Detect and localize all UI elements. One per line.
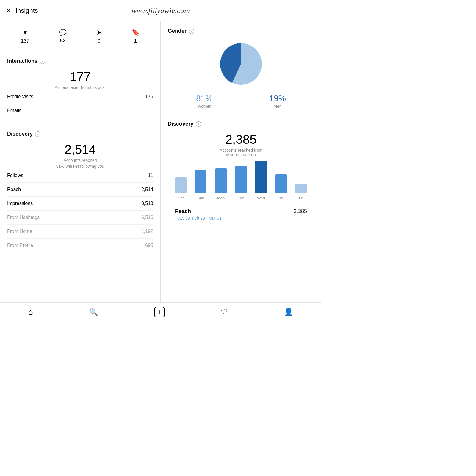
from-profile-row: From Profile 695	[7, 239, 153, 252]
interactions-sub-text: Actions taken from this post	[7, 85, 153, 90]
interactions-title: Interactions i	[7, 58, 153, 64]
bar-label-wed: Wed	[257, 196, 265, 200]
follows-value: 11	[148, 173, 153, 178]
bar-label-mon: Mon	[217, 196, 225, 200]
bar-wed	[255, 161, 267, 193]
discovery-right-sub: Accounts reached fromMar 02 - Mar 08	[168, 148, 314, 157]
stat-comments: 💬 52	[59, 29, 67, 44]
bar-col-sat: Sat	[171, 177, 191, 200]
saves-value: 1	[134, 38, 137, 44]
interactions-section: Interactions i 177 Actions taken from th…	[0, 51, 160, 124]
bar-label-tue: Tue	[238, 196, 244, 200]
from-profile-value: 695	[145, 243, 153, 248]
men-stat: 19% Men	[269, 94, 286, 109]
discovery-big-number: 2,514	[7, 143, 153, 157]
stat-shares: ➤ 0	[96, 29, 102, 44]
stat-likes: ♥ 137	[21, 29, 29, 44]
discovery-sub-text1: Accounts reached	[7, 158, 153, 163]
bar-col-wed: Wed	[251, 161, 271, 200]
bar-label-sun: Sun	[198, 196, 204, 200]
bar-tue	[235, 166, 247, 193]
men-label: Men	[269, 104, 286, 109]
reach-right-value: 2,385	[294, 208, 307, 214]
from-home-row: From Home 1,192	[7, 225, 153, 239]
bar-col-thu: Thu	[271, 174, 291, 200]
bar-mon	[215, 168, 227, 193]
men-pct: 19%	[269, 94, 286, 103]
profile-visits-label: Profile Visits	[7, 94, 33, 99]
interactions-big-number: 177	[7, 70, 153, 84]
bottom-nav: ⌂ 🔍 + ♡ 👤	[0, 302, 321, 321]
likes-value: 137	[21, 38, 29, 44]
reach-right-title: Reach	[175, 208, 191, 214]
comments-value: 52	[60, 38, 66, 44]
interactions-info-icon[interactable]: i	[40, 59, 45, 64]
home-nav-icon[interactable]: ⌂	[28, 307, 33, 317]
discovery-left-title: Discovery i	[7, 131, 153, 137]
discovery-right-title: Discovery i	[168, 121, 314, 127]
bar-col-fri: Fri	[291, 184, 311, 200]
women-pct: 81%	[196, 94, 213, 103]
comment-icon: 💬	[59, 29, 67, 36]
discovery-left-section: Discovery i 2,514 Accounts reached 81% w…	[0, 124, 160, 259]
bar-sun	[195, 170, 206, 193]
left-panel: ♥ 137 💬 52 ➤ 0 🔖 1 Interactions i 177	[0, 21, 161, 302]
search-nav-icon[interactable]: 🔍	[89, 308, 98, 316]
from-home-label: From Home	[7, 229, 32, 234]
discovery-info-icon[interactable]: i	[35, 131, 40, 137]
bar-label-thu: Thu	[278, 196, 284, 200]
from-profile-label: From Profile	[7, 243, 33, 248]
shares-value: 0	[98, 38, 100, 44]
main-content: ♥ 137 💬 52 ➤ 0 🔖 1 Interactions i 177	[0, 21, 321, 302]
impressions-row: Impressions 8,513	[7, 197, 153, 211]
header: ✕ Insights www.fillyawie.com	[0, 0, 321, 21]
from-home-value: 1,192	[141, 229, 153, 234]
emails-value: 1	[151, 108, 153, 113]
reach-right-section: Reach 2,385 +919 vs. Feb 23 - Mar 01	[168, 203, 314, 226]
bar-thu	[275, 174, 287, 193]
gender-pie-chart	[217, 40, 265, 88]
stat-saves: 🔖 1	[131, 29, 140, 44]
page-title: Insights	[15, 7, 38, 15]
add-nav-icon[interactable]: +	[154, 307, 165, 317]
profile-visits-row: Profile Visits 176	[7, 90, 153, 104]
from-hashtags-value: 6,516	[141, 215, 153, 220]
watermark: www.fillyawie.com	[131, 6, 190, 15]
discovery-right-big-number: 2,385	[168, 132, 314, 147]
profile-nav-icon[interactable]: 👤	[284, 307, 293, 317]
bar-fri	[295, 184, 307, 193]
gender-info-icon[interactable]: i	[189, 29, 194, 34]
activity-nav-icon[interactable]: ♡	[221, 307, 228, 317]
bar-label-sat: Sat	[178, 196, 184, 200]
gender-section: Gender i 81% Women 19%	[161, 21, 321, 114]
women-stat: 81% Women	[196, 94, 213, 109]
discovery-right-info-icon[interactable]: i	[196, 121, 201, 127]
bar-sat	[175, 177, 187, 193]
close-button[interactable]: ✕	[6, 7, 11, 15]
from-hashtags-label: From Hashtags	[7, 215, 40, 220]
reach-header-row: Reach 2,385	[175, 208, 307, 214]
reach-row: Reach 2,514	[7, 183, 153, 197]
impressions-label: Impressions	[7, 201, 33, 206]
follows-label: Follows	[7, 173, 23, 178]
bar-chart: SatSunMonTueWedThuFri	[168, 165, 314, 200]
bar-label-fri: Fri	[299, 196, 303, 200]
impressions-value: 8,513	[141, 201, 153, 206]
heart-icon: ♥	[23, 29, 27, 36]
profile-visits-value: 176	[145, 94, 153, 99]
reach-value: 2,514	[141, 187, 153, 192]
discovery-sub-text2: 81% weren't following you	[7, 164, 153, 169]
reach-right-sub: +919 vs. Feb 23 - Mar 01	[175, 216, 307, 220]
bar-col-mon: Mon	[211, 168, 231, 200]
reach-label: Reach	[7, 187, 21, 192]
right-panel: Gender i 81% Women 19%	[161, 21, 321, 302]
women-label: Women	[196, 104, 213, 109]
gender-chart-area	[168, 40, 314, 88]
follows-row: Follows 11	[7, 169, 153, 183]
emails-row: Emails 1	[7, 104, 153, 118]
from-hashtags-row: From Hashtags 6,516	[7, 211, 153, 225]
bookmark-icon: 🔖	[131, 29, 140, 36]
emails-label: Emails	[7, 108, 21, 113]
gender-stats: 81% Women 19% Men	[168, 94, 314, 109]
stats-row: ♥ 137 💬 52 ➤ 0 🔖 1	[0, 21, 160, 51]
